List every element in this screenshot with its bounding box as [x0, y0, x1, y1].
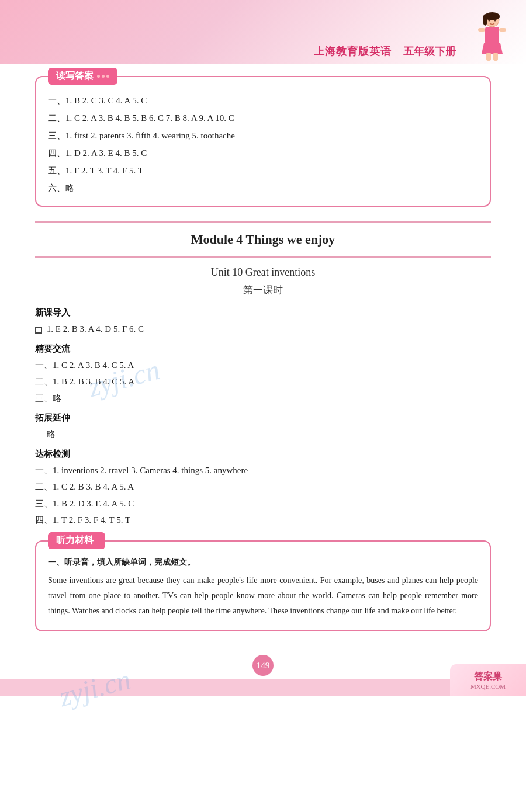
bottom-brand-box: 答案巢 MXQE.COM — [450, 664, 526, 696]
audio-box-title: 听力材料 — [48, 532, 105, 549]
svg-rect-7 — [486, 53, 491, 61]
lesson-title: 第一课时 — [35, 283, 491, 297]
svg-rect-8 — [493, 53, 498, 61]
svg-rect-3 — [485, 27, 499, 44]
answer-line-3: 三、1. first 2. parents 3. fifth 4. wearin… — [48, 127, 478, 144]
page-number-area: 149 — [0, 655, 526, 676]
read-write-answer-box: 读写答案 一、1. B 2. C 3. C 4. A 5. C 二、1. C 2… — [35, 76, 491, 207]
title-dots — [97, 75, 109, 78]
new-course-header: 新课导入 — [35, 307, 491, 318]
standard-line2: 二、1. C 2. B 3. B 4. A 5. A — [35, 478, 491, 495]
standard-line4: 四、1. T 2. F 3. F 4. T 5. T — [35, 512, 491, 529]
key-exchange-line3: 三、略 — [35, 390, 491, 407]
audio-box: 听力材料 一、听录音，填入所缺单词，完成短文。 Some inventions … — [35, 540, 491, 632]
svg-point-9 — [489, 20, 490, 22]
answer-line-2: 二、1. C 2. A 3. B 4. B 5. B 6. C 7. B 8. … — [48, 109, 478, 127]
read-write-answer-title: 读写答案 — [48, 68, 117, 85]
character-illustration — [473, 12, 514, 64]
key-exchange-header: 精要交流 — [35, 343, 491, 355]
key-exchange-line2: 二、1. B 2. B 3. B 4. C 5. A — [35, 373, 491, 390]
svg-point-10 — [494, 20, 496, 22]
extend-header: 拓展延伸 — [35, 412, 491, 424]
audio-instruction: 一、听录音，填入所缺单词，完成短文。 — [48, 555, 478, 570]
svg-rect-6 — [499, 28, 506, 32]
extend-line1: 略 — [47, 426, 491, 443]
svg-rect-5 — [478, 28, 485, 32]
small-square-icon — [35, 327, 42, 334]
new-course-line1: 1. E 2. B 3. A 4. D 5. F 6. C — [35, 321, 491, 338]
header-title: 上海教育版英语 — [314, 44, 392, 58]
answer-line-5: 五、1. F 2. T 3. T 4. F 5. T — [48, 162, 478, 179]
main-content: 读写答案 一、1. B 2. C 3. C 4. A 5. C 二、1. C 2… — [0, 64, 526, 643]
brand-line1: 答案巢 — [474, 671, 502, 683]
audio-content: 一、听录音，填入所缺单词，完成短文。 Some inventions are g… — [48, 555, 478, 619]
standard-header: 达标检测 — [35, 449, 491, 460]
bottom-bar: 答案巢 MXQE.COM — [0, 679, 526, 696]
standard-line1: 一、1. inventions 2. travel 3. Cameras 4. … — [35, 462, 491, 479]
brand-line2: MXQE.COM — [470, 683, 506, 690]
module-title: Module 4 Things we enjoy — [35, 232, 491, 247]
module-section: Module 4 Things we enjoy — [35, 221, 491, 258]
header-subtitle: 五年级下册 — [403, 44, 456, 58]
top-header: 上海教育版英语 五年级下册 — [0, 0, 526, 64]
answer-line-4: 四、1. D 2. A 3. E 4. B 5. C — [48, 144, 478, 162]
svg-point-2 — [483, 14, 487, 26]
audio-paragraph: Some inventions are great because they c… — [48, 573, 478, 619]
key-exchange-line1: 一、1. C 2. A 3. B 4. C 5. A — [35, 357, 491, 374]
answer-line-6: 六、略 — [48, 179, 478, 197]
answer-line-1: 一、1. B 2. C 3. C 4. A 5. C — [48, 92, 478, 109]
unit-title: Unit 10 Great inventions — [35, 266, 491, 279]
standard-line3: 三、1. B 2. D 3. E 4. A 5. C — [35, 495, 491, 512]
svg-marker-4 — [482, 43, 503, 54]
page-number: 149 — [252, 655, 274, 676]
